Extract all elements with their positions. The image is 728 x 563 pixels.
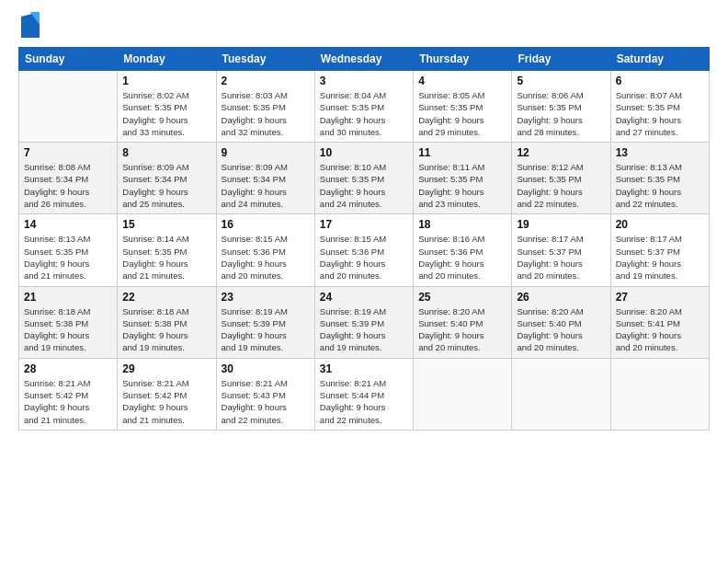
day-info: Sunrise: 8:18 AMSunset: 5:38 PMDaylight:… (122, 305, 210, 354)
day-info: Sunrise: 8:21 AMSunset: 5:42 PMDaylight:… (122, 377, 210, 426)
calendar-cell: 20Sunrise: 8:17 AMSunset: 5:37 PMDayligh… (610, 214, 709, 286)
calendar-cell (19, 71, 118, 143)
day-info: Sunrise: 8:04 AMSunset: 5:35 PMDaylight:… (320, 89, 408, 138)
day-info: Sunrise: 8:07 AMSunset: 5:35 PMDaylight:… (616, 89, 704, 138)
day-info: Sunrise: 8:05 AMSunset: 5:35 PMDaylight:… (418, 89, 506, 138)
calendar-cell: 19Sunrise: 8:17 AMSunset: 5:37 PMDayligh… (512, 214, 610, 286)
day-number: 21 (24, 291, 112, 304)
day-info: Sunrise: 8:15 AMSunset: 5:36 PMDaylight:… (222, 233, 310, 282)
day-number: 8 (122, 146, 210, 159)
calendar-cell: 27Sunrise: 8:20 AMSunset: 5:41 PMDayligh… (610, 286, 709, 358)
calendar-cell: 28Sunrise: 8:21 AMSunset: 5:42 PMDayligh… (19, 358, 118, 430)
calendar-table: SundayMondayTuesdayWednesdayThursdayFrid… (18, 47, 710, 431)
logo (18, 17, 40, 38)
calendar-cell: 3Sunrise: 8:04 AMSunset: 5:35 PMDaylight… (314, 71, 413, 143)
calendar-cell: 11Sunrise: 8:11 AMSunset: 5:35 PMDayligh… (414, 143, 512, 214)
day-info: Sunrise: 8:14 AMSunset: 5:35 PMDaylight:… (122, 233, 210, 282)
calendar-cell: 24Sunrise: 8:19 AMSunset: 5:39 PMDayligh… (314, 286, 413, 358)
calendar-cell (414, 358, 512, 430)
calendar-week-row: 14Sunrise: 8:13 AMSunset: 5:35 PMDayligh… (19, 214, 710, 286)
calendar-cell: 10Sunrise: 8:10 AMSunset: 5:35 PMDayligh… (314, 143, 413, 214)
calendar-cell: 5Sunrise: 8:06 AMSunset: 5:35 PMDaylight… (512, 71, 610, 143)
day-info: Sunrise: 8:02 AMSunset: 5:35 PMDaylight:… (122, 89, 210, 138)
day-number: 6 (616, 75, 704, 87)
day-number: 15 (122, 218, 210, 231)
calendar-week-row: 28Sunrise: 8:21 AMSunset: 5:42 PMDayligh… (19, 358, 710, 430)
calendar-cell: 6Sunrise: 8:07 AMSunset: 5:35 PMDaylight… (610, 71, 709, 143)
day-number: 14 (24, 218, 112, 231)
day-number: 4 (418, 75, 506, 87)
calendar-cell: 1Sunrise: 8:02 AMSunset: 5:35 PMDaylight… (118, 71, 216, 143)
calendar-cell (512, 358, 610, 430)
day-info: Sunrise: 8:20 AMSunset: 5:40 PMDaylight:… (517, 305, 605, 354)
calendar-header-saturday: Saturday (610, 48, 709, 71)
calendar-cell: 2Sunrise: 8:03 AMSunset: 5:35 PMDaylight… (216, 71, 314, 143)
calendar-week-row: 21Sunrise: 8:18 AMSunset: 5:38 PMDayligh… (19, 286, 710, 358)
day-number: 10 (320, 146, 408, 159)
calendar-cell: 13Sunrise: 8:13 AMSunset: 5:35 PMDayligh… (610, 143, 709, 214)
day-info: Sunrise: 8:10 AMSunset: 5:35 PMDaylight:… (320, 161, 408, 210)
day-number: 12 (517, 146, 605, 159)
day-number: 29 (122, 362, 210, 375)
day-info: Sunrise: 8:20 AMSunset: 5:41 PMDaylight:… (616, 305, 704, 354)
day-number: 7 (24, 146, 112, 159)
day-number: 5 (517, 75, 605, 87)
day-info: Sunrise: 8:03 AMSunset: 5:35 PMDaylight:… (222, 89, 310, 138)
calendar-week-row: 1Sunrise: 8:02 AMSunset: 5:35 PMDaylight… (19, 71, 710, 143)
calendar-cell: 31Sunrise: 8:21 AMSunset: 5:44 PMDayligh… (314, 358, 413, 430)
calendar-cell: 14Sunrise: 8:13 AMSunset: 5:35 PMDayligh… (19, 214, 118, 286)
day-number: 9 (222, 146, 310, 159)
calendar-cell: 25Sunrise: 8:20 AMSunset: 5:40 PMDayligh… (414, 286, 512, 358)
day-info: Sunrise: 8:09 AMSunset: 5:34 PMDaylight:… (122, 161, 210, 210)
day-number: 25 (418, 291, 506, 304)
calendar-cell: 22Sunrise: 8:18 AMSunset: 5:38 PMDayligh… (118, 286, 216, 358)
calendar-week-row: 7Sunrise: 8:08 AMSunset: 5:34 PMDaylight… (19, 143, 710, 214)
day-number: 27 (616, 291, 704, 304)
calendar-cell: 15Sunrise: 8:14 AMSunset: 5:35 PMDayligh… (118, 214, 216, 286)
calendar-cell (610, 358, 709, 430)
calendar-cell: 18Sunrise: 8:16 AMSunset: 5:36 PMDayligh… (414, 214, 512, 286)
day-number: 19 (517, 218, 605, 231)
calendar-cell: 9Sunrise: 8:09 AMSunset: 5:34 PMDaylight… (216, 143, 314, 214)
day-info: Sunrise: 8:09 AMSunset: 5:34 PMDaylight:… (222, 161, 310, 210)
calendar-header-sunday: Sunday (19, 48, 118, 71)
day-number: 2 (222, 75, 310, 87)
calendar-cell: 23Sunrise: 8:19 AMSunset: 5:39 PMDayligh… (216, 286, 314, 358)
day-number: 3 (320, 75, 408, 87)
day-number: 26 (517, 291, 605, 304)
day-number: 22 (122, 291, 210, 304)
day-info: Sunrise: 8:17 AMSunset: 5:37 PMDaylight:… (517, 233, 605, 282)
day-number: 20 (616, 218, 704, 231)
calendar-cell: 21Sunrise: 8:18 AMSunset: 5:38 PMDayligh… (19, 286, 118, 358)
calendar-cell: 30Sunrise: 8:21 AMSunset: 5:43 PMDayligh… (216, 358, 314, 430)
day-info: Sunrise: 8:11 AMSunset: 5:35 PMDaylight:… (418, 161, 506, 210)
day-info: Sunrise: 8:08 AMSunset: 5:34 PMDaylight:… (24, 161, 112, 210)
day-info: Sunrise: 8:17 AMSunset: 5:37 PMDaylight:… (616, 233, 704, 282)
day-info: Sunrise: 8:18 AMSunset: 5:38 PMDaylight:… (24, 305, 112, 354)
day-number: 24 (320, 291, 408, 304)
day-number: 31 (320, 362, 408, 375)
day-info: Sunrise: 8:21 AMSunset: 5:43 PMDaylight:… (222, 377, 310, 426)
day-info: Sunrise: 8:16 AMSunset: 5:36 PMDaylight:… (418, 233, 506, 282)
day-info: Sunrise: 8:19 AMSunset: 5:39 PMDaylight:… (222, 305, 310, 354)
calendar-cell: 17Sunrise: 8:15 AMSunset: 5:36 PMDayligh… (314, 214, 413, 286)
calendar-cell: 12Sunrise: 8:12 AMSunset: 5:35 PMDayligh… (512, 143, 610, 214)
day-info: Sunrise: 8:19 AMSunset: 5:39 PMDaylight:… (320, 305, 408, 354)
day-info: Sunrise: 8:21 AMSunset: 5:44 PMDaylight:… (320, 377, 408, 426)
day-info: Sunrise: 8:15 AMSunset: 5:36 PMDaylight:… (320, 233, 408, 282)
calendar-cell: 16Sunrise: 8:15 AMSunset: 5:36 PMDayligh… (216, 214, 314, 286)
calendar-header-wednesday: Wednesday (314, 48, 413, 71)
calendar-cell: 29Sunrise: 8:21 AMSunset: 5:42 PMDayligh… (118, 358, 216, 430)
calendar-cell: 8Sunrise: 8:09 AMSunset: 5:34 PMDaylight… (118, 143, 216, 214)
day-number: 30 (222, 362, 310, 375)
day-info: Sunrise: 8:13 AMSunset: 5:35 PMDaylight:… (616, 161, 704, 210)
day-number: 16 (222, 218, 310, 231)
calendar-cell: 4Sunrise: 8:05 AMSunset: 5:35 PMDaylight… (414, 71, 512, 143)
calendar-cell: 7Sunrise: 8:08 AMSunset: 5:34 PMDaylight… (19, 143, 118, 214)
day-number: 18 (418, 218, 506, 231)
calendar-header-row: SundayMondayTuesdayWednesdayThursdayFrid… (19, 48, 710, 71)
day-number: 28 (24, 362, 112, 375)
page-header (18, 17, 710, 38)
day-info: Sunrise: 8:12 AMSunset: 5:35 PMDaylight:… (517, 161, 605, 210)
day-number: 11 (418, 146, 506, 159)
